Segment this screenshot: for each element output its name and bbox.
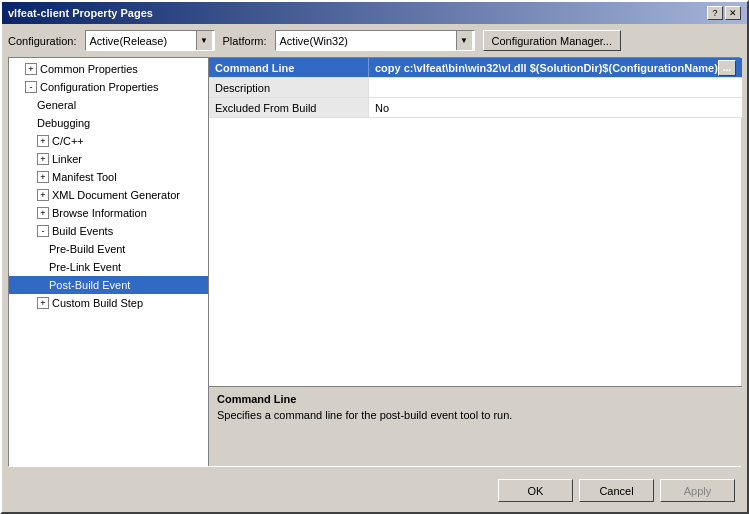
config-manager-button[interactable]: Configuration Manager... [483, 30, 621, 51]
sidebar-item-manifest-tool[interactable]: + Manifest Tool [9, 168, 208, 186]
platform-dropdown-value: Active(Win32) [278, 35, 456, 47]
expander-manifest: + [37, 171, 49, 183]
prop-value-description [369, 78, 742, 97]
sidebar-item-browse-info[interactable]: + Browse Information [9, 204, 208, 222]
config-dropdown-value: Active(Release) [88, 35, 196, 47]
title-bar: vlfeat-client Property Pages ? ✕ [2, 2, 747, 24]
config-dropdown-arrow: ▼ [196, 31, 212, 50]
sidebar-label-common-props: Common Properties [40, 63, 138, 75]
expander-custom: + [37, 297, 49, 309]
ok-button[interactable]: OK [498, 479, 573, 502]
sidebar-label-general: General [37, 99, 76, 111]
right-panel: Command Line copy c:\vlfeat\bin\win32\vl… [209, 58, 742, 466]
platform-label: Platform: [223, 35, 267, 47]
sidebar-item-common-props[interactable]: + Common Properties [9, 60, 208, 78]
prop-row-description[interactable]: Description [209, 78, 742, 98]
close-button[interactable]: ✕ [725, 6, 741, 20]
sidebar-label-pre-build: Pre-Build Event [49, 243, 125, 255]
sidebar-item-cpp[interactable]: + C/C++ [9, 132, 208, 150]
sidebar: + Common Properties - Configuration Prop… [9, 58, 209, 466]
sidebar-item-pre-link[interactable]: Pre-Link Event [9, 258, 208, 276]
sidebar-label-debugging: Debugging [37, 117, 90, 129]
prop-name-command-line: Command Line [209, 58, 369, 77]
sidebar-item-xml-doc-gen[interactable]: + XML Document Generator [9, 186, 208, 204]
sidebar-label-xml-doc-gen: XML Document Generator [52, 189, 180, 201]
command-line-value-container: copy c:\vlfeat\bin\win32\vl.dll $(Soluti… [375, 60, 736, 76]
prop-name-description: Description [209, 78, 369, 97]
sidebar-label-custom-build: Custom Build Step [52, 297, 143, 309]
expander-build-events: - [37, 225, 49, 237]
sidebar-item-custom-build[interactable]: + Custom Build Step [9, 294, 208, 312]
config-bar: Configuration: Active(Release) ▼ Platfor… [8, 30, 741, 51]
expander-config: - [25, 81, 37, 93]
sidebar-label-pre-link: Pre-Link Event [49, 261, 121, 273]
property-grid: Command Line copy c:\vlfeat\bin\win32\vl… [209, 58, 742, 386]
bottom-bar: OK Cancel Apply [8, 473, 741, 506]
window-title: vlfeat-client Property Pages [8, 7, 153, 19]
description-area: Command Line Specifies a command line fo… [209, 386, 742, 466]
expander-cpp: + [37, 135, 49, 147]
expander-xml: + [37, 189, 49, 201]
sidebar-label-build-events: Build Events [52, 225, 113, 237]
prop-row-command-line[interactable]: Command Line copy c:\vlfeat\bin\win32\vl… [209, 58, 742, 78]
sidebar-label-manifest-tool: Manifest Tool [52, 171, 117, 183]
apply-button[interactable]: Apply [660, 479, 735, 502]
sidebar-label-linker: Linker [52, 153, 82, 165]
sidebar-label-post-build: Post-Build Event [49, 279, 130, 291]
sidebar-item-pre-build[interactable]: Pre-Build Event [9, 240, 208, 258]
command-line-text: copy c:\vlfeat\bin\win32\vl.dll $(Soluti… [375, 62, 718, 74]
excluded-value-text: No [375, 102, 736, 114]
sidebar-item-config-props[interactable]: - Configuration Properties [9, 78, 208, 96]
config-label: Configuration: [8, 35, 77, 47]
help-button[interactable]: ? [707, 6, 723, 20]
sidebar-label-browse-info: Browse Information [52, 207, 147, 219]
content-area: Configuration: Active(Release) ▼ Platfor… [2, 24, 747, 512]
sidebar-item-debugging[interactable]: Debugging [9, 114, 208, 132]
cancel-button[interactable]: Cancel [579, 479, 654, 502]
expander-linker: + [37, 153, 49, 165]
prop-row-excluded[interactable]: Excluded From Build No [209, 98, 742, 118]
config-dropdown[interactable]: Active(Release) ▼ [85, 30, 215, 51]
description-panel-title: Command Line [217, 393, 734, 405]
sidebar-item-post-build[interactable]: Post-Build Event [9, 276, 208, 294]
title-bar-buttons: ? ✕ [707, 6, 741, 20]
expander-browse: + [37, 207, 49, 219]
sidebar-item-general[interactable]: General [9, 96, 208, 114]
sidebar-label-config-props: Configuration Properties [40, 81, 159, 93]
command-line-browse-button[interactable]: ... [718, 60, 736, 76]
platform-dropdown[interactable]: Active(Win32) ▼ [275, 30, 475, 51]
main-area: + Common Properties - Configuration Prop… [8, 57, 741, 467]
description-panel-text: Specifies a command line for the post-bu… [217, 409, 734, 421]
sidebar-item-build-events[interactable]: - Build Events [9, 222, 208, 240]
prop-name-excluded: Excluded From Build [209, 98, 369, 117]
sidebar-item-linker[interactable]: + Linker [9, 150, 208, 168]
main-window: vlfeat-client Property Pages ? ✕ Configu… [0, 0, 749, 514]
expander-common: + [25, 63, 37, 75]
prop-value-command-line: copy c:\vlfeat\bin\win32\vl.dll $(Soluti… [369, 58, 742, 77]
platform-dropdown-arrow: ▼ [456, 31, 472, 50]
sidebar-label-cpp: C/C++ [52, 135, 84, 147]
prop-value-excluded: No [369, 98, 742, 117]
